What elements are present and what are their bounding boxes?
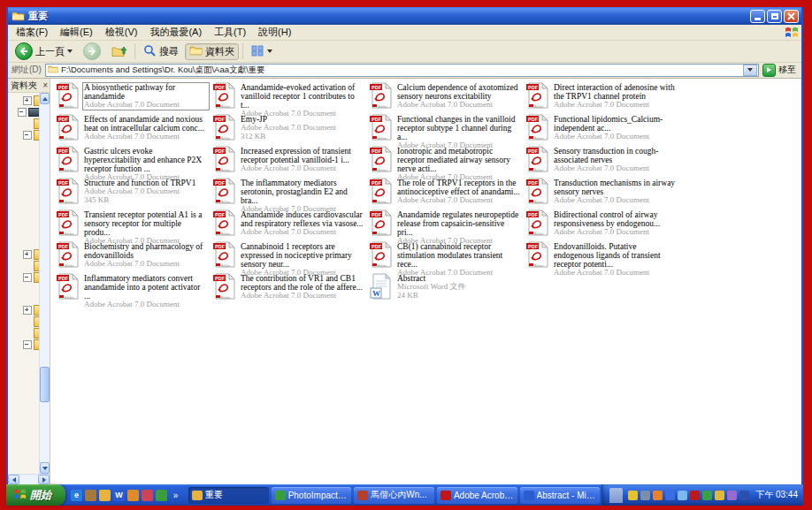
tray-icon-2[interactable] <box>640 491 650 500</box>
file-item[interactable]: PDF Adobe A biosynthetic pathway for ana… <box>55 81 211 113</box>
file-item[interactable]: PDF Adobe The role of TRPV1 receptors in… <box>368 177 525 209</box>
tray-icon-1[interactable] <box>628 491 638 500</box>
up-button[interactable] <box>107 42 131 61</box>
back-button[interactable]: 上一頁 <box>11 41 77 62</box>
tray-icon-6[interactable] <box>690 491 700 500</box>
file-item[interactable]: PDF Adobe Endovanilloids. Putative endog… <box>525 240 681 272</box>
file-item[interactable]: PDF Adobe Bidirectional control of airwa… <box>525 209 681 240</box>
start-button[interactable]: 開始 <box>6 484 65 506</box>
collapse-icon[interactable] <box>23 273 32 282</box>
file-item[interactable]: PDF Adobe Cannabinoid 1 receptors are ex… <box>211 240 368 272</box>
title-bar[interactable]: 重要 <box>8 7 801 25</box>
menu-item-view[interactable]: 檢視(V) <box>99 25 144 40</box>
file-item[interactable]: PDF Adobe Calcium dependence of axotomiz… <box>368 81 525 113</box>
file-item[interactable]: PDF Adobe Transient receptor potential A… <box>55 209 211 240</box>
quick-launch-presentation-icon[interactable] <box>127 490 139 501</box>
tree-node[interactable] <box>8 304 40 316</box>
quick-launch-show-desktop-icon[interactable] <box>85 490 96 501</box>
scroll-up-button[interactable] <box>40 93 50 104</box>
file-item[interactable]: PDF Adobe Anandamide regulates neuropept… <box>368 209 525 240</box>
task-button-word-abstract[interactable]: Abstract - Mic... <box>520 487 601 504</box>
file-item[interactable]: PDF Adobe Ionotropic and metabotropic re… <box>368 145 525 177</box>
language-bar-button[interactable] <box>609 488 623 503</box>
svg-text:Adobe: Adobe <box>65 137 73 141</box>
minimize-button[interactable] <box>750 10 765 23</box>
file-item[interactable]: PDF Adobe Effects of anandamide and noxi… <box>55 113 211 145</box>
tree-node[interactable] <box>8 327 40 339</box>
go-button[interactable]: 移至 <box>762 64 798 77</box>
tray-icon-3[interactable] <box>653 491 663 500</box>
file-item[interactable]: PDF Adobe Structure and function of TRPV… <box>55 177 211 209</box>
tray-icon-8[interactable] <box>715 491 724 500</box>
collapse-icon[interactable] <box>18 108 27 117</box>
tree-node-desktop[interactable] <box>8 106 40 118</box>
quick-launch-word-icon[interactable]: W <box>113 490 125 501</box>
tree-node[interactable] <box>8 316 40 327</box>
tree-node[interactable] <box>8 271 40 283</box>
folders-button[interactable]: 資料夾 <box>185 43 239 60</box>
address-dropdown-button[interactable] <box>743 65 757 76</box>
task-button-document-makai[interactable]: 馬偕心內Wn... <box>354 487 434 504</box>
tree-node[interactable] <box>8 95 40 106</box>
folders-vertical-scrollbar[interactable] <box>39 93 50 474</box>
scrollbar-thumb[interactable] <box>40 367 50 402</box>
folders-pane-close-icon[interactable]: × <box>42 81 48 90</box>
file-item[interactable]: W AbstractMicrosoft Word 文件24 KB <box>368 272 525 304</box>
quick-launch-overflow-icon[interactable]: » <box>170 490 181 501</box>
file-item[interactable]: PDF Adobe Inflammatory mediators convert… <box>55 272 211 304</box>
tray-icon-7[interactable] <box>702 491 712 500</box>
close-button[interactable] <box>784 10 799 23</box>
tree-node[interactable] <box>8 339 40 350</box>
file-item[interactable]: PDF Adobe CB(1) cannabinoid receptor sti… <box>368 240 525 272</box>
forward-button[interactable] <box>79 41 105 62</box>
file-title: CB(1) cannabinoid receptor stimulation m… <box>397 242 521 269</box>
search-button[interactable]: 搜尋 <box>139 42 183 61</box>
collapse-icon[interactable] <box>23 340 32 349</box>
tray-icon-5[interactable] <box>678 491 687 500</box>
views-button[interactable] <box>247 43 277 60</box>
menu-item-help[interactable]: 說明(H) <box>252 25 297 40</box>
folders-horizontal-scrollbar[interactable] <box>8 474 50 484</box>
task-button-folder-important[interactable]: 重要 <box>188 487 269 504</box>
tree-node[interactable] <box>8 248 40 260</box>
file-item[interactable]: PDF Adobe Biochemistry and pharmacology … <box>55 240 211 272</box>
quick-launch-internet-explorer-icon[interactable]: e <box>71 490 82 501</box>
task-button-adobe-acrobat[interactable]: Adobe Acroba... <box>437 487 517 504</box>
quick-launch-album-icon[interactable] <box>142 490 153 501</box>
scroll-right-button[interactable] <box>38 475 50 484</box>
scroll-down-button[interactable] <box>40 462 50 474</box>
expand-icon[interactable] <box>23 250 32 259</box>
file-item[interactable]: PDF Adobe Transduction mechanisms in air… <box>525 177 681 209</box>
file-item[interactable]: PDF Adobe Functional lipidomics_Calcium-… <box>525 113 681 145</box>
tree-node[interactable] <box>8 260 40 271</box>
menu-item-tools[interactable]: 工具(T) <box>208 25 252 40</box>
tree-node[interactable] <box>8 129 40 141</box>
expand-icon[interactable] <box>23 306 32 315</box>
maximize-button[interactable] <box>767 10 782 23</box>
menu-item-file[interactable]: 檔案(F) <box>10 25 54 40</box>
file-item[interactable]: PDF Adobe Functional changes in the vani… <box>368 113 525 145</box>
file-item[interactable]: PDF Adobe Direct interaction of adenosin… <box>525 81 681 113</box>
quick-launch-folder-icon[interactable] <box>99 490 111 501</box>
collapse-icon[interactable] <box>23 131 32 140</box>
file-item[interactable]: PDF Adobe The contribution of VR1 and CB… <box>211 272 368 304</box>
tray-icon-9[interactable] <box>727 491 737 500</box>
file-item[interactable]: PDF Adobe Gastric ulcers evoke hyperexci… <box>55 145 211 177</box>
tray-icon-10[interactable] <box>739 491 749 500</box>
address-input[interactable]: F:\Documents and Settings\Dr. Kou\桌面\Aaa… <box>45 64 759 77</box>
tray-icon-4[interactable] <box>665 491 675 500</box>
file-item[interactable]: PDF Adobe The inflammatory mediators ser… <box>211 177 368 209</box>
file-type: Adobe Acrobat 7.0 Document <box>84 260 208 269</box>
file-item[interactable]: PDF Adobe Increased expression of transi… <box>211 145 368 177</box>
file-item[interactable]: PDF Adobe Anandamide induces cardiovascu… <box>211 209 368 240</box>
file-item[interactable]: PDF Adobe Emy-JPAdobe Acrobat 7.0 Docume… <box>211 113 368 145</box>
scroll-left-button[interactable] <box>8 475 19 484</box>
file-item[interactable]: PDF Adobe Sensory transduction in cough-… <box>525 145 681 177</box>
quick-launch-photoimpact-icon[interactable] <box>156 490 167 501</box>
file-item[interactable]: PDF Adobe Anandamide-evoked activation o… <box>211 81 368 113</box>
menu-item-edit[interactable]: 編輯(E) <box>54 25 99 40</box>
menu-item-favorites[interactable]: 我的最愛(A) <box>143 25 208 40</box>
expand-icon[interactable] <box>23 96 32 105</box>
tree-node[interactable] <box>8 118 40 129</box>
task-button-photoimpact[interactable]: PhotoImpact -... <box>272 487 352 504</box>
